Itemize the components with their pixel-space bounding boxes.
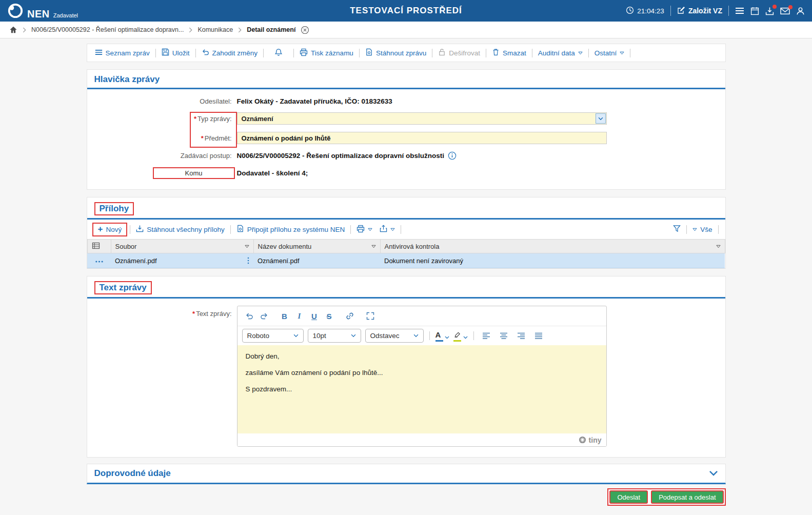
home-icon[interactable] — [9, 26, 17, 34]
brand-logo[interactable]: NEN Zadavatel — [7, 3, 78, 19]
link-icon[interactable] — [343, 309, 357, 323]
typ-zpravy-value: Oznámení — [242, 115, 273, 123]
notifications-button[interactable] — [266, 48, 291, 58]
rows-icon[interactable] — [92, 242, 100, 250]
downloads-button[interactable] — [765, 7, 774, 15]
highlight-color-button[interactable] — [453, 330, 468, 342]
section-title-doprovodne: Doprovodné údaje — [94, 468, 171, 479]
caret-down-icon[interactable] — [716, 245, 721, 248]
novy-button[interactable]: + Nový — [92, 223, 128, 236]
tiny-logo[interactable] — [579, 436, 586, 444]
row-menu-icon[interactable] — [95, 260, 104, 263]
main-menu-button[interactable] — [735, 7, 744, 14]
smazat-button[interactable]: Smazat — [489, 48, 529, 57]
footer-actions: Odeslat Podepsat a odeslat — [87, 488, 726, 506]
align-left-icon[interactable] — [480, 329, 493, 343]
chevron-down-icon[interactable] — [445, 336, 449, 339]
section-doprovodne-udaje[interactable]: Doprovodné údaje — [87, 464, 726, 484]
zahodit-zmeny-label: Zahodit změny — [212, 49, 258, 57]
font-family-select[interactable]: Roboto — [242, 329, 304, 343]
column-header-soubor[interactable]: Soubor — [111, 240, 253, 253]
annotation-box-buttons: Odeslat Podepsat a odeslat — [607, 488, 725, 506]
align-right-icon[interactable] — [514, 329, 528, 343]
table-row[interactable]: Oznámení.pdf Oznámení.pdf Dokument není … — [87, 253, 725, 268]
undo-icon[interactable] — [243, 309, 256, 323]
column-header-nazev-dokumentu[interactable]: Název dokumentu — [253, 240, 380, 253]
block-format-select[interactable]: Odstavec — [365, 329, 424, 343]
caret-down-icon[interactable] — [371, 245, 376, 248]
predmet-input[interactable] — [237, 132, 607, 144]
pripojit-prilohu-button[interactable]: Připojit přílohu ze systému NEN — [233, 225, 348, 234]
chevron-down-icon[interactable] — [709, 470, 718, 477]
separator — [728, 6, 729, 16]
seznam-zprav-button[interactable]: Seznam zpráv — [92, 49, 153, 57]
edit-icon — [677, 6, 685, 16]
caret-down-icon[interactable] — [245, 245, 249, 248]
download-tray-icon — [136, 225, 144, 234]
vse-filter-button[interactable]: Vše — [689, 226, 715, 233]
breadcrumb-komunikace[interactable]: Komunikace — [197, 26, 233, 33]
align-justify-icon[interactable] — [532, 329, 545, 343]
ostatni-button[interactable]: Ostatní — [591, 49, 628, 57]
text-zpravy-label: *Text zprávy: — [87, 306, 237, 318]
drag-dots-icon[interactable] — [247, 257, 249, 264]
text-color-bar — [435, 340, 443, 342]
podepsat-a-odeslat-button[interactable]: Podepsat a odeslat — [651, 490, 723, 504]
separator — [473, 331, 474, 340]
editor-content[interactable]: Dobrý den, zasíláme Vám oznámení o podán… — [237, 345, 606, 433]
text-color-button[interactable]: A — [435, 330, 449, 342]
export-attachments-button[interactable] — [377, 225, 398, 234]
zahodit-zmeny-button[interactable]: Zahodit změny — [199, 48, 261, 57]
odeslat-button[interactable]: Odeslat — [609, 490, 648, 504]
calendar-button[interactable] — [750, 7, 759, 15]
messages-button[interactable] — [780, 7, 790, 15]
strikethrough-button[interactable]: S — [323, 309, 336, 323]
separator — [293, 49, 294, 57]
tisk-zaznamu-button[interactable]: Tisk záznamu — [296, 48, 357, 58]
desifrovat-button[interactable]: Dešifrovat — [435, 48, 483, 57]
separator — [401, 225, 401, 234]
select-dropdown-button[interactable] — [596, 113, 606, 124]
printer-icon — [357, 225, 365, 234]
close-icon[interactable] — [301, 26, 309, 34]
stahnout-vsechny-prilohy-button[interactable]: Stáhnout všechny přílohy — [133, 225, 228, 234]
user-profile-button[interactable] — [796, 7, 805, 15]
fullscreen-icon[interactable] — [364, 309, 377, 323]
ulozit-button[interactable]: Uložit — [159, 48, 193, 57]
komu-button[interactable]: Komu — [153, 167, 235, 179]
italic-button[interactable]: I — [293, 309, 306, 323]
highlight-icon — [453, 330, 462, 340]
separator — [429, 331, 430, 340]
stahnout-zpravu-button[interactable]: Stáhnout zprávu — [362, 48, 429, 57]
highlight-color-bar — [453, 340, 461, 342]
font-size-select[interactable]: 10pt — [308, 329, 361, 343]
predmet-label: *Předmět: — [87, 134, 237, 142]
align-center-icon[interactable] — [497, 329, 510, 343]
chevron-right-icon — [238, 27, 242, 33]
underline-button[interactable]: U — [308, 309, 321, 323]
create-vz-button[interactable]: Založit VZ — [677, 6, 722, 16]
breadcrumb-procedure[interactable]: N006/25/V00005292 - Řešení optimalizace … — [31, 26, 184, 33]
print-attachments-button[interactable] — [353, 225, 375, 234]
section-prilohy: Přílohy + Nový Stáhnout všechny přílohy … — [87, 197, 726, 269]
redo-icon[interactable] — [258, 309, 271, 323]
tiny-brand-label[interactable]: tiny — [589, 436, 602, 444]
app-header: NEN Zadavatel TESTOVACÍ PROSTŘEDÍ 21:04:… — [0, 0, 812, 22]
filter-button[interactable] — [670, 225, 684, 234]
editor-line: S pozdravem... — [246, 385, 598, 393]
required-mark: * — [192, 310, 195, 318]
pripojit-label: Připojit přílohu ze systému NEN — [247, 226, 345, 233]
breadcrumb-current: Detail oznámení — [247, 26, 295, 33]
typ-zpravy-select[interactable]: Oznámení — [237, 112, 607, 125]
chevron-down-icon[interactable] — [463, 336, 468, 339]
caret-down-icon — [368, 228, 372, 231]
seznam-zprav-label: Seznam zpráv — [106, 49, 150, 57]
chevron-right-icon — [23, 27, 26, 33]
column-header-antivirova-kontrola[interactable]: Antivirová kontrola — [380, 240, 725, 253]
info-icon[interactable] — [448, 151, 457, 160]
separator — [718, 225, 719, 234]
auditni-data-button[interactable]: Auditní data — [535, 49, 586, 57]
bold-button[interactable]: B — [278, 309, 291, 323]
clock: 21:04:23 — [626, 6, 664, 16]
brand-name: NEN — [27, 9, 50, 19]
